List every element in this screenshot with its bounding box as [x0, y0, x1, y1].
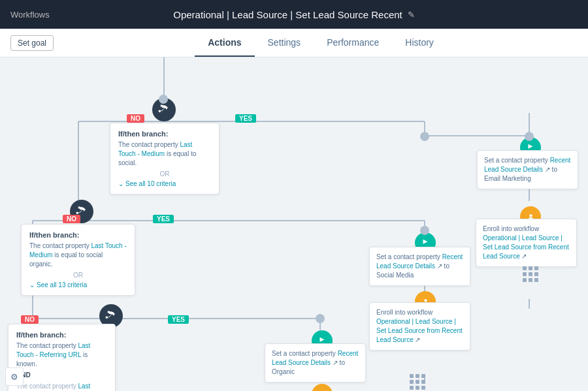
branch2-or: OR [29, 272, 127, 279]
enroll-social-media-text: Enroll into workflow Operational | Lead … [376, 309, 463, 343]
branch3-body2: The contact property Last Touch - Referr… [16, 382, 107, 391]
connector-right-top [420, 132, 429, 141]
branch3-yes-badge: YES [168, 315, 189, 324]
edit-title-icon[interactable]: ✎ [408, 10, 415, 20]
dot-grid-email [523, 266, 538, 282]
svg-point-33 [529, 214, 532, 217]
connector-circle-1 [159, 95, 168, 104]
set-goal-button[interactable]: Set goal [10, 35, 54, 51]
bottom-toolbar: ⚙ [5, 368, 24, 386]
branch2-see-all[interactable]: ⌄ See all 13 criteria [29, 281, 127, 289]
top-bar: Workflows Operational | Lead Source | Se… [0, 0, 588, 29]
tabs: Actions Settings Performance History [64, 29, 578, 56]
action-email-text: Set a contact property Recent Lead Sourc… [484, 157, 570, 182]
branch3-body: The contact property Last Touch - Referr… [16, 341, 107, 369]
workflow-canvas: If/then branch: The contact property Las… [0, 57, 588, 391]
connector-email [525, 132, 534, 141]
gear-button[interactable]: ⚙ [5, 368, 24, 386]
page-title: Operational | Lead Source | Set Lead Sou… [173, 9, 415, 20]
branch3-title: If/then branch: [16, 331, 107, 339]
branch1-see-all[interactable]: ⌄ See all 10 criteria [118, 180, 211, 187]
svg-point-32 [424, 299, 427, 302]
action-social-media-card[interactable]: Set a contact property Recent Lead Sourc… [369, 247, 470, 286]
enroll-email-text: Enroll into workflow Operational | Lead … [483, 225, 569, 260]
tab-history[interactable]: History [392, 29, 447, 57]
connector-social [420, 226, 429, 235]
branch2-yes-badge: YES [153, 215, 174, 223]
workflows-back-link[interactable]: Workflows [10, 10, 50, 20]
tab-actions[interactable]: Actions [195, 29, 254, 57]
branch1-body: The contact property Last Touch - Medium… [118, 140, 211, 168]
action-organic-text: Set a contact property Recent Lead Sourc… [272, 350, 358, 375]
branch3-no-badge: NO [21, 315, 39, 324]
enroll-organic-circle[interactable] [312, 384, 333, 391]
branch1-or: OR [118, 170, 211, 178]
branch1-title: If/then branch: [118, 130, 211, 138]
enroll-organic-icon [312, 384, 333, 391]
enroll-social-media-card[interactable]: Enroll into workflow Operational | Lead … [369, 302, 470, 351]
enroll-email-card[interactable]: Enroll into workflow Operational | Lead … [476, 219, 577, 267]
branch1-card[interactable]: If/then branch: The contact property Las… [110, 123, 220, 195]
branch2-no-badge: NO [63, 215, 80, 223]
branch1-no-badge: NO [127, 114, 144, 123]
tab-settings[interactable]: Settings [255, 29, 314, 57]
branch2-body: The contact property Last Touch - Medium… [29, 242, 127, 269]
tab-bar: Set goal Actions Settings Performance Hi… [0, 29, 588, 57]
branch2-title: If/then branch: [29, 231, 127, 239]
branch3-card[interactable]: If/then branch: The contact property Las… [8, 324, 116, 391]
action-social-media-text: Set a contact property Recent Lead Sourc… [376, 253, 463, 279]
action-organic-card[interactable]: Set a contact property Recent Lead Sourc… [265, 343, 366, 383]
branch1-yes-badge: YES [235, 114, 256, 123]
connector-organic [316, 314, 325, 323]
dot-grid-social [410, 374, 425, 390]
connector-top-branch1 [159, 95, 168, 104]
tab-performance[interactable]: Performance [314, 29, 392, 57]
branch3-and: AND [16, 371, 107, 380]
branch2-card[interactable]: If/then branch: The contact property Las… [21, 224, 135, 296]
action-email-card[interactable]: Set a contact property Recent Lead Sourc… [477, 150, 578, 189]
